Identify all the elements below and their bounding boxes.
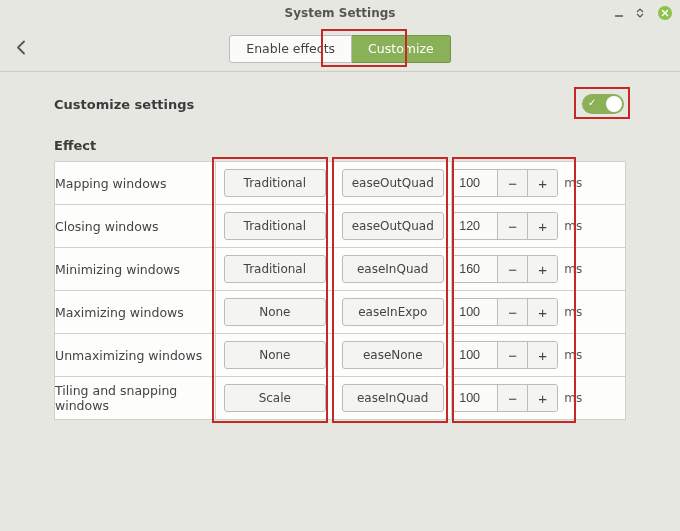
easing-cell: easeNone: [334, 334, 452, 377]
style-cell: None: [216, 334, 334, 377]
duration-spinner: −+: [452, 384, 558, 412]
easing-dropdown[interactable]: easeInQuad: [342, 384, 444, 412]
tab-label: Customize: [368, 41, 434, 56]
easing-cell: easeInExpo: [334, 291, 452, 334]
close-icon[interactable]: [658, 6, 672, 20]
style-dropdown[interactable]: Scale: [224, 384, 326, 412]
toggle-wrap: ✓: [580, 92, 626, 116]
decrement-button[interactable]: −: [497, 213, 527, 239]
unit-label: ms: [564, 348, 582, 362]
check-icon: ✓: [588, 97, 596, 108]
decrement-button[interactable]: −: [497, 256, 527, 282]
style-dropdown[interactable]: Traditional: [224, 169, 326, 197]
window-title: System Settings: [285, 6, 396, 20]
style-dropdown[interactable]: None: [224, 341, 326, 369]
easing-cell: easeOutQuad: [334, 205, 452, 248]
effect-name: Unmaximizing windows: [55, 334, 216, 377]
back-button[interactable]: [14, 38, 30, 59]
style-cell: Scale: [216, 377, 334, 420]
toggle-knob: [606, 96, 622, 112]
effects-region: Mapping windowsTraditionaleaseOutQuad−+m…: [54, 161, 626, 420]
decrement-button[interactable]: −: [497, 342, 527, 368]
style-dropdown[interactable]: Traditional: [224, 212, 326, 240]
minimize-icon[interactable]: [614, 8, 624, 18]
increment-button[interactable]: +: [527, 213, 557, 239]
easing-cell: easeInQuad: [334, 248, 452, 291]
duration-wrap: −+ms: [452, 298, 625, 326]
duration-wrap: −+ms: [452, 212, 625, 240]
increment-button[interactable]: +: [527, 170, 557, 196]
maximize-icon[interactable]: [636, 8, 646, 18]
section-effect-label: Effect: [54, 138, 626, 153]
table-row: Mapping windowsTraditionaleaseOutQuad−+m…: [55, 162, 626, 205]
duration-wrap: −+ms: [452, 169, 625, 197]
style-cell: Traditional: [216, 162, 334, 205]
table-row: Tiling and snapping windowsScaleeaseInQu…: [55, 377, 626, 420]
easing-dropdown[interactable]: easeInExpo: [342, 298, 444, 326]
customize-toggle[interactable]: ✓: [582, 94, 624, 114]
style-dropdown[interactable]: Traditional: [224, 255, 326, 283]
table-row: Maximizing windowsNoneeaseInExpo−+ms: [55, 291, 626, 334]
tab-group: Enable effects Customize: [229, 35, 450, 63]
effect-name: Minimizing windows: [55, 248, 216, 291]
duration-spinner: −+: [452, 341, 558, 369]
increment-button[interactable]: +: [527, 385, 557, 411]
duration-cell: −+ms: [452, 334, 626, 377]
easing-dropdown[interactable]: easeInQuad: [342, 255, 444, 283]
increment-button[interactable]: +: [527, 342, 557, 368]
increment-button[interactable]: +: [527, 299, 557, 325]
duration-cell: −+ms: [452, 248, 626, 291]
effect-name: Closing windows: [55, 205, 216, 248]
customize-heading: Customize settings: [54, 97, 194, 112]
window-controls: [614, 0, 672, 26]
decrement-button[interactable]: −: [497, 385, 527, 411]
tab-enable-effects[interactable]: Enable effects: [229, 35, 352, 63]
effect-name: Tiling and snapping windows: [55, 377, 216, 420]
easing-cell: easeInQuad: [334, 377, 452, 420]
duration-input[interactable]: [453, 299, 497, 325]
unit-label: ms: [564, 391, 582, 405]
decrement-button[interactable]: −: [497, 170, 527, 196]
duration-spinner: −+: [452, 169, 558, 197]
easing-dropdown[interactable]: easeOutQuad: [342, 169, 444, 197]
duration-input[interactable]: [453, 170, 497, 196]
duration-cell: −+ms: [452, 377, 626, 420]
table-row: Closing windowsTraditionaleaseOutQuad−+m…: [55, 205, 626, 248]
duration-input[interactable]: [453, 385, 497, 411]
easing-cell: easeOutQuad: [334, 162, 452, 205]
effect-name: Maximizing windows: [55, 291, 216, 334]
style-cell: Traditional: [216, 248, 334, 291]
unit-label: ms: [564, 176, 582, 190]
style-dropdown[interactable]: None: [224, 298, 326, 326]
effects-table: Mapping windowsTraditionaleaseOutQuad−+m…: [54, 161, 626, 420]
customize-row: Customize settings ✓: [54, 92, 626, 116]
unit-label: ms: [564, 305, 582, 319]
tab-customize[interactable]: Customize: [352, 35, 451, 63]
easing-dropdown[interactable]: easeOutQuad: [342, 212, 444, 240]
table-row: Minimizing windowsTraditionaleaseInQuad−…: [55, 248, 626, 291]
table-row: Unmaximizing windowsNoneeaseNone−+ms: [55, 334, 626, 377]
duration-input[interactable]: [453, 256, 497, 282]
duration-input[interactable]: [453, 342, 497, 368]
duration-spinner: −+: [452, 255, 558, 283]
style-cell: None: [216, 291, 334, 334]
titlebar: System Settings: [0, 0, 680, 26]
easing-dropdown[interactable]: easeNone: [342, 341, 444, 369]
duration-input[interactable]: [453, 213, 497, 239]
unit-label: ms: [564, 262, 582, 276]
duration-spinner: −+: [452, 298, 558, 326]
duration-wrap: −+ms: [452, 255, 625, 283]
duration-wrap: −+ms: [452, 341, 625, 369]
decrement-button[interactable]: −: [497, 299, 527, 325]
duration-wrap: −+ms: [452, 384, 625, 412]
toolbar: Enable effects Customize: [0, 26, 680, 72]
duration-cell: −+ms: [452, 205, 626, 248]
duration-cell: −+ms: [452, 162, 626, 205]
duration-spinner: −+: [452, 212, 558, 240]
tab-label: Enable effects: [246, 41, 335, 56]
increment-button[interactable]: +: [527, 256, 557, 282]
effect-name: Mapping windows: [55, 162, 216, 205]
content: Customize settings ✓ Effect Mapping wind…: [0, 72, 680, 420]
unit-label: ms: [564, 219, 582, 233]
style-cell: Traditional: [216, 205, 334, 248]
